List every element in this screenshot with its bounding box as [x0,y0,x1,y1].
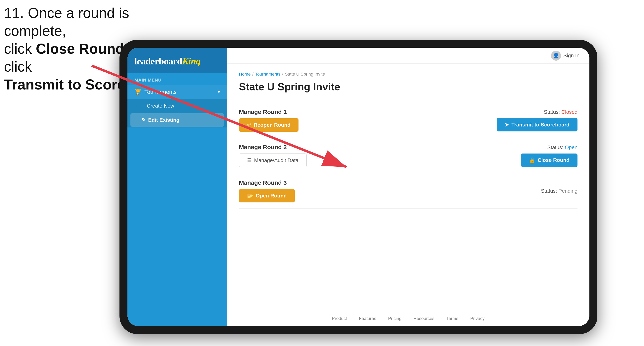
chevron-down-icon: ▾ [218,89,220,95]
logo: leaderboardKing [134,56,220,67]
footer-features[interactable]: Features [359,316,376,321]
top-nav: 👤 Sign In [227,48,590,64]
tablet-device: leaderboardKing MAIN MENU 🏆 Tournaments … [120,40,598,334]
round-2-section: Manage Round 2 ☰ Manage/Audit Data Statu… [239,138,578,173]
sidebar-item-tournaments[interactable]: 🏆 Tournaments ▾ [128,85,227,99]
instruction-line1: 11. Once a round is complete, [4,5,129,39]
page-title: State U Spring Invite [239,81,578,93]
round-1-label: Manage Round 1 [239,109,298,115]
manage-audit-button[interactable]: ☰ Manage/Audit Data [239,154,307,167]
round-1-right: Status: Closed ➤ Transmit to Scoreboard [497,109,578,132]
round-1-section: Manage Round 1 ↩ Reopen Round Status: Cl… [239,103,578,138]
footer-product[interactable]: Product [332,316,347,321]
footer-privacy[interactable]: Privacy [470,316,484,321]
sign-in-label: Sign In [563,52,580,59]
user-avatar: 👤 [551,51,561,61]
open-round-icon: 📂 [247,193,253,199]
breadcrumb-tournaments[interactable]: Tournaments [255,72,280,77]
round-2-status-value: Open [565,144,578,150]
round-3-label: Manage Round 3 [239,179,295,186]
sidebar-logo: leaderboardKing [128,48,227,73]
sidebar: leaderboardKing MAIN MENU 🏆 Tournaments … [128,48,227,326]
breadcrumb: Home / Tournaments / State U Spring Invi… [239,72,578,77]
app-layout: leaderboardKing MAIN MENU 🏆 Tournaments … [128,48,590,326]
create-new-label: Create New [147,103,174,109]
round-3-right: Status: Pending [541,188,578,194]
trophy-icon: 🏆 [134,89,142,95]
sidebar-item-edit-existing[interactable]: ✎ Edit Existing [130,113,224,127]
tablet-screen: leaderboardKing MAIN MENU 🏆 Tournaments … [128,48,590,326]
round-2-right: Status: Open 🔒 Close Round [521,144,578,167]
sidebar-main-menu-label: MAIN MENU [128,73,227,85]
main-content: 👤 Sign In Home / Tournaments / State U S… [227,48,590,326]
sidebar-tournaments-label: Tournaments [144,89,177,95]
breadcrumb-home[interactable]: Home [239,72,251,77]
round-3-section: Manage Round 3 📂 Open Round Status: Pend… [239,173,578,209]
sidebar-submenu: + Create New ✎ Edit Existing [128,99,227,128]
round-2-status: Status: Open [547,144,578,151]
close-round-button[interactable]: 🔒 Close Round [521,154,578,167]
page-content: Home / Tournaments / State U Spring Invi… [227,64,590,311]
breadcrumb-sep2: / [282,72,283,77]
edit-existing-label: Edit Existing [148,117,180,123]
round-1-left: Manage Round 1 ↩ Reopen Round [239,109,298,132]
round-3-left: Manage Round 3 📂 Open Round [239,179,295,202]
reopen-round-button[interactable]: ↩ Reopen Round [239,118,298,132]
transmit-icon: ➤ [504,122,509,128]
open-round-button[interactable]: 📂 Open Round [239,189,295,202]
transmit-scoreboard-button[interactable]: ➤ Transmit to Scoreboard [497,118,578,132]
breadcrumb-current: State U Spring Invite [285,72,325,77]
round-1-status: Status: Closed [544,109,578,115]
breadcrumb-sep1: / [252,72,254,77]
edit-icon: ✎ [142,117,146,123]
footer-terms[interactable]: Terms [446,316,458,321]
sidebar-item-create-new[interactable]: + Create New [128,99,227,113]
footer-resources[interactable]: Resources [414,316,434,321]
lock-icon: 🔒 [529,157,535,163]
round-1-status-value: Closed [561,109,578,115]
round-3-status: Status: Pending [541,188,578,194]
footer-pricing[interactable]: Pricing [388,316,402,321]
reopen-icon: ↩ [247,122,251,128]
round-2-label: Manage Round 2 [239,144,307,151]
round-3-status-value: Pending [558,188,578,194]
sign-in-button[interactable]: 👤 Sign In [551,51,580,61]
plus-icon: + [142,103,144,109]
round-2-left: Manage Round 2 ☰ Manage/Audit Data [239,144,307,167]
manage-audit-icon: ☰ [247,157,252,164]
footer: Product Features Pricing Resources Terms… [227,311,590,326]
